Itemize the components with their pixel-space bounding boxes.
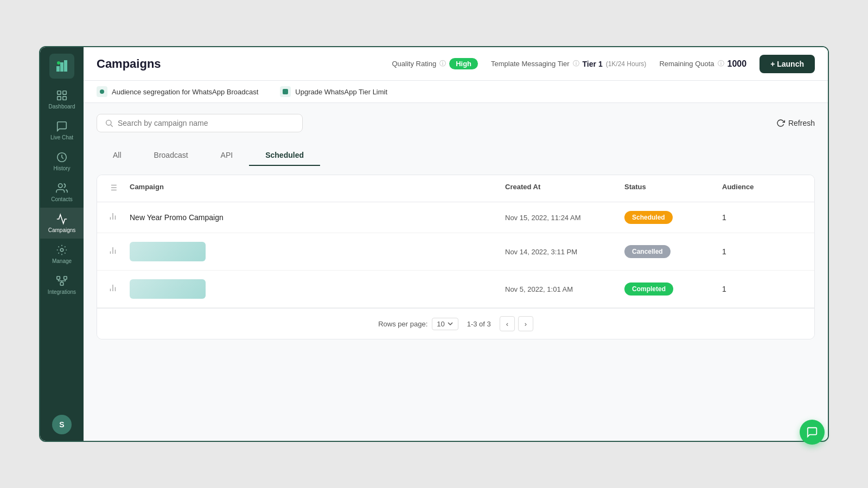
header-campaign: Campaign <box>130 183 505 194</box>
sidebar-label-dashboard: Dashboard <box>49 104 75 110</box>
user-avatar[interactable]: S <box>52 415 72 434</box>
refresh-label: Refresh <box>788 119 815 127</box>
tab-all[interactable]: All <box>97 145 138 166</box>
search-refresh-row: Refresh <box>97 114 815 132</box>
sidebar-item-campaigns[interactable]: Campaigns <box>40 208 84 239</box>
remaining-quota-label: Remaining Quota <box>659 60 714 68</box>
header-created-at: Created At <box>505 183 624 194</box>
promo-banner: Audience segregation for WhatsApp Broadc… <box>84 81 828 103</box>
svg-rect-8 <box>57 277 60 280</box>
remaining-quota-info-icon: ⓘ <box>718 59 724 68</box>
svg-point-0 <box>57 61 60 65</box>
sidebar-item-history[interactable]: History <box>40 146 84 177</box>
campaign-placeholder-3 <box>130 279 505 299</box>
app-logo[interactable] <box>49 54 74 79</box>
quality-rating-info-icon: ⓘ <box>439 59 446 68</box>
pagination: Rows per page: 10 1-3 of 3 ‹ › <box>97 308 814 339</box>
audience-1: 1 <box>722 213 803 222</box>
chat-icon <box>806 426 818 438</box>
template-messaging-label: Template Messaging Tier <box>491 60 570 68</box>
upgrade-icon <box>280 86 291 97</box>
sidebar-label-live-chat: Live Chat <box>50 134 73 140</box>
chevron-down-icon <box>447 320 454 327</box>
prev-page-button[interactable]: ‹ <box>500 316 515 331</box>
svg-rect-1 <box>58 91 61 94</box>
table-row[interactable]: Nov 5, 2022, 1:01 AM Completed 1 <box>97 271 814 308</box>
sidebar-item-manage[interactable]: Manage <box>40 239 84 269</box>
created-at-2: Nov 14, 2022, 3:11 PM <box>505 248 624 256</box>
topbar: Campaigns Quality Rating ⓘ High Template… <box>84 47 828 81</box>
table-row[interactable]: New Year Promo Campaign Nov 15, 2022, 11… <box>97 202 814 233</box>
tab-api[interactable]: API <box>205 145 250 166</box>
sidebar-label-integrations: Integrations <box>48 289 76 295</box>
sidebar-label-campaigns: Campaigns <box>48 227 76 233</box>
header-icon <box>108 183 130 194</box>
rows-per-page-label: Rows per page: <box>378 320 427 328</box>
svg-rect-3 <box>58 97 61 100</box>
rows-select[interactable]: 10 <box>432 318 458 330</box>
audience-3: 1 <box>722 285 803 293</box>
sidebar-item-dashboard[interactable]: Dashboard <box>40 84 84 115</box>
search-icon <box>105 119 113 127</box>
table-header: Campaign Created At Status Audience <box>97 175 814 202</box>
created-at-3: Nov 5, 2022, 1:01 AM <box>505 285 624 293</box>
float-chat-button[interactable] <box>800 420 825 445</box>
page-info: 1-3 of 3 <box>467 320 491 328</box>
status-badge-1: Scheduled <box>624 211 673 224</box>
sidebar-item-integrations[interactable]: Integrations <box>40 269 84 300</box>
table-row[interactable]: Nov 14, 2022, 3:11 PM Cancelled 1 <box>97 233 814 271</box>
svg-line-14 <box>111 125 113 127</box>
topbar-meta: Quality Rating ⓘ High Template Messaging… <box>392 55 815 73</box>
search-box[interactable] <box>97 114 303 132</box>
svg-rect-12 <box>283 89 288 94</box>
broadcast-icon <box>97 86 107 97</box>
sidebar-label-history: History <box>53 165 70 171</box>
campaign-placeholder-2 <box>130 242 505 261</box>
svg-rect-4 <box>63 97 66 100</box>
promo-item-2[interactable]: Upgrade WhatsApp Tier Limit <box>280 86 387 97</box>
status-1: Scheduled <box>624 211 722 224</box>
template-messaging-item: Template Messaging Tier ⓘ Tier 1 (1K/24 … <box>491 59 646 68</box>
created-at-1: Nov 15, 2022, 11:24 AM <box>505 214 624 222</box>
svg-point-6 <box>59 184 62 188</box>
tab-scheduled[interactable]: Scheduled <box>249 145 320 166</box>
header-audience: Audience <box>722 183 803 194</box>
refresh-icon <box>776 119 785 127</box>
rows-per-page-value: 10 <box>437 320 444 328</box>
page-navigation: ‹ › <box>500 316 533 331</box>
status-badge-3: Completed <box>624 282 673 296</box>
remaining-quota-value: 1000 <box>727 59 747 69</box>
status-2: Cancelled <box>624 245 722 258</box>
sidebar-item-contacts[interactable]: Contacts <box>40 177 84 208</box>
campaign-name-1: New Year Promo Campaign <box>130 213 505 222</box>
sidebar-item-live-chat[interactable]: Live Chat <box>40 115 84 146</box>
sidebar-label-manage: Manage <box>52 258 72 264</box>
quality-badge: High <box>449 58 478 69</box>
svg-point-7 <box>60 248 63 252</box>
tab-broadcast[interactable]: Broadcast <box>138 145 205 166</box>
page-title: Campaigns <box>97 57 161 71</box>
sidebar-label-contacts: Contacts <box>51 196 72 202</box>
svg-rect-9 <box>64 277 67 280</box>
template-info-icon: ⓘ <box>573 59 579 68</box>
promo-item-1[interactable]: Audience segregation for WhatsApp Broadc… <box>97 86 258 97</box>
svg-rect-10 <box>60 282 63 286</box>
refresh-button[interactable]: Refresh <box>776 119 815 127</box>
row-icon-2 <box>108 246 130 258</box>
quality-rating-label: Quality Rating <box>392 60 437 68</box>
launch-button[interactable]: + Launch <box>760 55 815 73</box>
svg-point-11 <box>100 89 104 94</box>
svg-point-13 <box>106 120 111 125</box>
quality-rating-item: Quality Rating ⓘ High <box>392 58 478 69</box>
promo-text-2: Upgrade WhatsApp Tier Limit <box>295 88 387 96</box>
promo-text-1: Audience segregation for WhatsApp Broadc… <box>112 88 258 96</box>
campaigns-table: Campaign Created At Status Audience New … <box>97 175 815 339</box>
rows-per-page: Rows per page: 10 <box>378 318 458 330</box>
sidebar: Dashboard Live Chat History Contacts <box>40 47 84 441</box>
tier-label: Tier 1 <box>583 60 603 68</box>
tabs-row: All Broadcast API Scheduled <box>97 145 815 166</box>
next-page-button[interactable]: › <box>518 316 533 331</box>
svg-rect-2 <box>63 91 66 94</box>
status-badge-2: Cancelled <box>624 245 671 258</box>
search-input[interactable] <box>118 119 295 127</box>
